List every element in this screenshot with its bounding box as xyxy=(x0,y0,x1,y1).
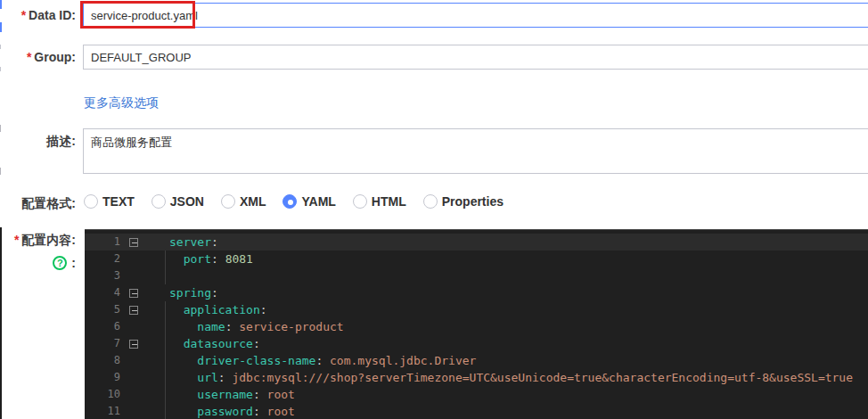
format-radio-group: TEXTJSONXMLYAMLHTMLProperties xyxy=(84,194,504,209)
editor-line[interactable]: 4spring: xyxy=(85,284,868,301)
indent-guide xyxy=(165,318,166,335)
radio-label: TEXT xyxy=(102,194,135,209)
code-text: driver-class-name: com.mysql.jdbc.Driver xyxy=(142,352,868,369)
code-text: application: xyxy=(142,301,868,318)
fold-column xyxy=(126,386,142,403)
fold-column xyxy=(126,335,142,352)
format-radio-xml[interactable]: XML xyxy=(221,194,266,209)
radio-label: XML xyxy=(240,194,266,209)
code-text: server: xyxy=(142,234,868,251)
fold-column xyxy=(126,352,142,369)
fold-column xyxy=(126,403,142,419)
editor-line[interactable]: 10 username: root xyxy=(85,386,868,403)
line-number: 8 xyxy=(85,352,120,369)
indent-guide xyxy=(165,403,166,419)
line-number: 9 xyxy=(85,369,120,386)
indent-guide xyxy=(165,267,166,284)
radio-circle-icon[interactable] xyxy=(353,194,367,209)
radio-label: HTML xyxy=(372,194,406,209)
editor-line[interactable]: 5 application: xyxy=(85,301,868,318)
left-edge-artifact xyxy=(0,168,1,175)
format-radio-yaml[interactable]: YAML xyxy=(283,194,335,209)
radio-circle-icon[interactable] xyxy=(221,194,235,209)
radio-label: Properties xyxy=(442,194,504,209)
radio-label: JSON xyxy=(170,194,204,209)
indent-guide xyxy=(165,251,166,267)
help-icon[interactable]: ? xyxy=(53,256,67,270)
required-asterisk: * xyxy=(14,233,19,247)
code-text: username: root xyxy=(142,386,868,403)
group-input[interactable] xyxy=(83,45,868,70)
line-number: 11 xyxy=(85,403,120,419)
content-help-row: ? : xyxy=(0,256,76,270)
fold-collapse-icon[interactable] xyxy=(129,306,138,315)
fold-column xyxy=(126,267,142,284)
radio-circle-icon[interactable] xyxy=(423,194,438,209)
advanced-options-link[interactable]: 更多高级选项 xyxy=(84,95,159,111)
radio-circle-icon[interactable] xyxy=(84,194,98,209)
indent-guide xyxy=(165,301,166,318)
radio-label: YAML xyxy=(301,194,335,209)
code-text: url: jdbc:mysql:///shop?serverTimezone=U… xyxy=(142,369,868,386)
editor-line[interactable]: 6 name: service-product xyxy=(85,318,868,335)
fold-collapse-icon[interactable] xyxy=(129,238,138,247)
code-text: port: 8081 xyxy=(142,251,868,267)
nacos-config-form: *Data ID: *Group: 更多高级选项 描述: 商品微服务配置 配置格… xyxy=(0,0,868,419)
content-label: *配置内容: xyxy=(0,233,76,249)
line-number: 10 xyxy=(85,386,120,403)
editor-line[interactable]: 7 datasource: xyxy=(85,335,868,352)
description-label: 描述: xyxy=(0,134,76,150)
format-label: 配置格式: xyxy=(0,196,76,212)
editor-line[interactable]: 1server: xyxy=(85,234,868,251)
editor-line[interactable]: 8 driver-class-name: com.mysql.jdbc.Driv… xyxy=(85,352,868,369)
indent-guide xyxy=(165,335,166,352)
code-text: name: service-product xyxy=(142,318,868,335)
code-text xyxy=(142,267,868,284)
editor-line[interactable]: 3 xyxy=(85,267,868,284)
fold-collapse-icon[interactable] xyxy=(129,289,138,298)
radio-circle-icon[interactable] xyxy=(151,194,166,209)
line-number: 3 xyxy=(85,267,120,284)
help-colon: : xyxy=(71,256,76,270)
format-radio-text[interactable]: TEXT xyxy=(84,194,135,209)
group-label: *Group: xyxy=(0,50,76,64)
left-edge-artifact xyxy=(0,22,2,32)
required-asterisk: * xyxy=(21,8,26,22)
code-text: datasource: xyxy=(142,335,868,352)
line-number: 2 xyxy=(85,251,120,267)
fold-collapse-icon[interactable] xyxy=(129,340,138,349)
fold-column xyxy=(126,369,142,386)
format-radio-html[interactable]: HTML xyxy=(353,194,406,209)
line-number: 4 xyxy=(85,284,120,301)
indent-guide xyxy=(165,369,166,386)
line-number: 6 xyxy=(85,318,120,335)
code-text: spring: xyxy=(142,284,868,301)
line-number: 7 xyxy=(85,335,120,352)
config-content-editor[interactable]: 1server:2 port: 808134spring:5 applicati… xyxy=(85,229,868,419)
line-number: 5 xyxy=(85,301,120,318)
description-textarea[interactable]: 商品微服务配置 xyxy=(83,128,868,174)
required-asterisk: * xyxy=(27,50,31,64)
fold-column xyxy=(126,318,142,335)
radio-circle-icon[interactable] xyxy=(283,194,297,209)
line-number: 1 xyxy=(85,234,120,251)
indent-guide xyxy=(165,352,166,369)
editor-line[interactable]: 9 url: jdbc:mysql:///shop?serverTimezone… xyxy=(85,369,868,386)
format-radio-properties[interactable]: Properties xyxy=(423,194,504,209)
format-radio-json[interactable]: JSON xyxy=(151,194,204,209)
fold-column xyxy=(126,251,142,267)
left-edge-artifact xyxy=(0,45,1,49)
left-edge-artifact xyxy=(0,67,1,71)
fold-column xyxy=(126,284,142,301)
editor-line[interactable]: 11 password: root xyxy=(85,403,868,419)
data-id-input[interactable] xyxy=(83,3,868,28)
left-edge-artifact xyxy=(0,125,1,132)
indent-guide xyxy=(165,386,166,403)
editor-line[interactable]: 2 port: 8081 xyxy=(85,251,868,267)
code-text: password: root xyxy=(142,403,868,419)
data-id-label: *Data ID: xyxy=(0,8,76,22)
fold-column xyxy=(126,234,142,251)
fold-column xyxy=(126,301,142,318)
